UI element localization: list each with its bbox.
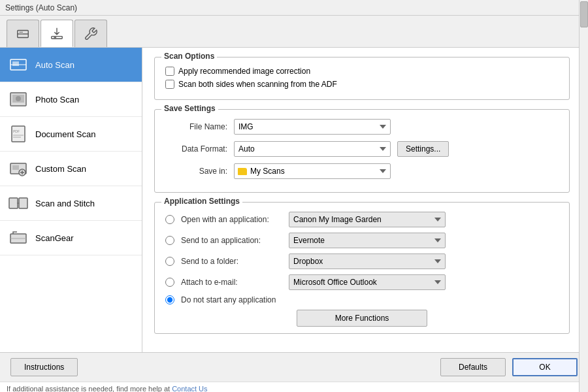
photo-scan-icon xyxy=(8,89,29,110)
scan-stitch-icon xyxy=(8,193,29,214)
tab-tools[interactable] xyxy=(74,20,107,47)
scan-options-title: Scan Options xyxy=(161,52,217,61)
svg-rect-3 xyxy=(52,37,63,39)
tab-save[interactable] xyxy=(41,20,73,47)
send-app-select[interactable]: Evernote xyxy=(289,233,446,248)
custom-scan-icon xyxy=(8,158,29,179)
send-folder-radio[interactable] xyxy=(165,257,174,266)
right-panel: Scan Options Apply recommended image cor… xyxy=(142,48,588,352)
title-bar: Settings (Auto Scan) xyxy=(0,0,588,16)
sidebar-label-auto-scan: Auto Scan xyxy=(35,60,74,70)
save-settings-title: Save Settings xyxy=(161,104,218,113)
bottom-bar: If additional assistance is needed, find… xyxy=(0,382,588,392)
sidebar-label-scangear: ScanGear xyxy=(35,233,74,243)
sidebar-item-custom-scan[interactable]: Custom Scan xyxy=(0,152,142,186)
sidebar-label-document-scan: Document Scan xyxy=(35,129,96,139)
save-settings-section: Save Settings File Name: IMG Data Format… xyxy=(154,109,570,193)
radio-row-send-app: Send to an application: Evernote xyxy=(165,233,559,248)
sidebar-item-document-scan[interactable]: PDF Document Scan xyxy=(0,117,142,152)
sidebar-label-scan-stitch: Scan and Stitch xyxy=(35,199,95,208)
defaults-button[interactable]: Defaults xyxy=(440,358,506,376)
open-app-select-wrapper: Canon My Image Garden xyxy=(289,212,446,227)
sidebar-label-custom-scan: Custom Scan xyxy=(35,164,86,174)
application-settings-section: Application Settings Open with an applic… xyxy=(154,202,570,334)
save-in-select[interactable]: My Scans xyxy=(234,163,391,179)
svg-rect-10 xyxy=(12,126,25,142)
radio-row-open-app: Open with an application: Canon My Image… xyxy=(165,212,559,227)
svg-rect-2 xyxy=(20,31,24,34)
attach-email-label: Attach to e-mail: xyxy=(181,278,282,287)
radio-row-send-folder: Send to a folder: Dropbox xyxy=(165,253,559,269)
footer: Instructions Defaults OK xyxy=(0,352,588,382)
tab-bar xyxy=(0,16,588,48)
scan-both-sides-checkbox[interactable] xyxy=(165,80,174,89)
radio-row-attach-email: Attach to e-mail: Microsoft Office Outlo… xyxy=(165,274,559,290)
data-format-label: Data Format: xyxy=(165,144,227,154)
svg-rect-5 xyxy=(12,61,19,66)
send-app-label: Send to an application: xyxy=(181,236,282,245)
scan-both-sides-label: Scan both sides when scanning from the A… xyxy=(178,80,337,89)
svg-point-9 xyxy=(16,96,21,101)
send-app-radio[interactable] xyxy=(165,236,174,245)
svg-rect-19 xyxy=(9,198,18,208)
attach-email-radio[interactable] xyxy=(165,278,174,287)
send-folder-label: Send to a folder: xyxy=(181,257,282,266)
scrollbar-thumb[interactable] xyxy=(580,1,588,27)
attach-email-select[interactable]: Microsoft Office Outlook xyxy=(289,274,446,290)
attach-email-select-wrapper: Microsoft Office Outlook xyxy=(289,274,446,290)
send-folder-select-wrapper: Dropbox xyxy=(289,253,446,269)
sidebar-item-scan-stitch[interactable]: Scan and Stitch xyxy=(0,186,142,221)
instructions-button[interactable]: Instructions xyxy=(10,358,78,376)
svg-text:PDF: PDF xyxy=(13,129,20,133)
sidebar-item-scangear[interactable]: ScanGear xyxy=(0,221,142,255)
content-area: Auto Scan Photo Scan PDF xyxy=(0,48,588,352)
apply-correction-label: Apply recommended image correction xyxy=(178,67,310,76)
bottom-bar-text: If additional assistance is needed, find… xyxy=(7,385,172,392)
checkbox-row-correction: Apply recommended image correction xyxy=(165,67,559,76)
ok-button[interactable]: OK xyxy=(512,358,578,376)
sidebar-label-photo-scan: Photo Scan xyxy=(35,95,79,105)
send-folder-select[interactable]: Dropbox xyxy=(289,253,446,269)
file-name-row: File Name: IMG xyxy=(165,119,559,135)
footer-left: Instructions xyxy=(10,358,78,376)
sidebar: Auto Scan Photo Scan PDF xyxy=(0,48,142,352)
more-functions-button[interactable]: More Functions xyxy=(297,310,427,327)
application-settings-title: Application Settings xyxy=(161,197,242,206)
settings-button[interactable]: Settings... xyxy=(397,141,449,157)
scrollbar-track[interactable] xyxy=(579,0,588,392)
send-app-select-wrapper: Evernote xyxy=(289,233,446,248)
radio-row-no-app: Do not start any application xyxy=(165,295,559,304)
footer-right: Defaults OK xyxy=(440,358,578,376)
no-app-radio[interactable] xyxy=(165,295,174,304)
auto-scan-icon xyxy=(8,54,29,75)
save-in-row: Save in: My Scans xyxy=(165,163,559,179)
svg-rect-15 xyxy=(12,165,19,170)
data-format-select[interactable]: Auto xyxy=(234,141,391,157)
scan-options-section: Scan Options Apply recommended image cor… xyxy=(154,57,570,100)
sidebar-item-auto-scan[interactable]: Auto Scan xyxy=(0,48,142,82)
data-format-row: Data Format: Auto Settings... xyxy=(165,141,559,157)
sidebar-item-photo-scan[interactable]: Photo Scan xyxy=(0,82,142,117)
window-title: Settings (Auto Scan) xyxy=(5,3,77,12)
file-name-select[interactable]: IMG xyxy=(234,119,391,135)
apply-correction-checkbox[interactable] xyxy=(165,67,174,76)
file-name-label: File Name: xyxy=(165,122,227,131)
open-app-radio[interactable] xyxy=(165,215,174,224)
open-app-select[interactable]: Canon My Image Garden xyxy=(289,212,446,227)
contact-us-link[interactable]: Contact Us xyxy=(172,385,207,392)
scangear-icon xyxy=(8,227,29,248)
save-in-label: Save in: xyxy=(165,167,227,176)
tab-scan[interactable] xyxy=(7,20,39,47)
save-in-wrapper: My Scans xyxy=(234,163,391,179)
svg-rect-20 xyxy=(19,198,27,208)
checkbox-row-adf: Scan both sides when scanning from the A… xyxy=(165,80,559,89)
no-app-label: Do not start any application xyxy=(181,295,282,304)
open-app-label: Open with an application: xyxy=(181,215,282,224)
document-scan-icon: PDF xyxy=(8,123,29,144)
